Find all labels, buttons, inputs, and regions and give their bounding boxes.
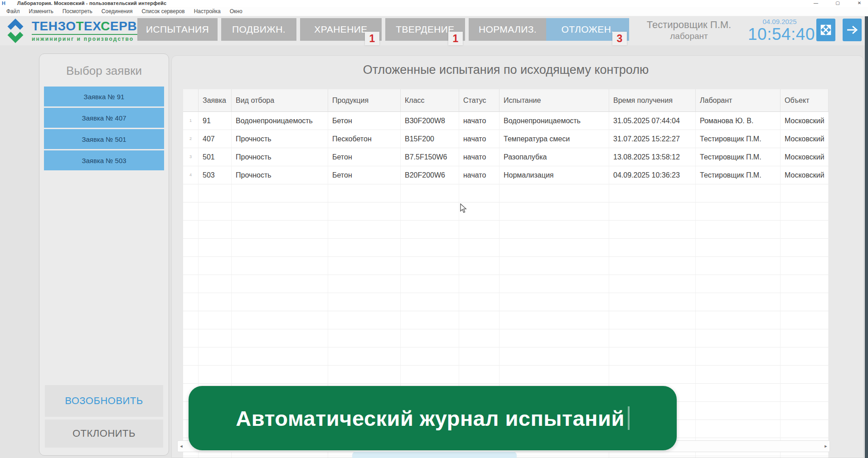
- table-cell: [199, 202, 232, 221]
- logout-button[interactable]: [843, 19, 862, 41]
- request-button[interactable]: Заявка № 501: [44, 129, 164, 149]
- table-cell: [401, 366, 459, 384]
- minimize-button[interactable]: —: [809, 0, 823, 7]
- table-cell: [499, 202, 609, 221]
- table-cell: [183, 275, 199, 293]
- table-cell: 31.07.2025 15:22:27: [609, 130, 696, 148]
- table-cell: Бетон: [328, 112, 401, 130]
- table-cell: [499, 311, 609, 329]
- table-cell: [183, 456, 199, 458]
- table-cell: [232, 275, 328, 293]
- table-cell: [232, 239, 328, 257]
- nav-tab[interactable]: ТВЕРДЕНИЕ1: [385, 18, 465, 41]
- brand-name-part: ТЕНЗО: [32, 19, 76, 33]
- request-button[interactable]: Заявка № 91: [44, 87, 164, 106]
- title-bar: Н Лаборатория. Московский - пользователь…: [0, 0, 868, 7]
- menu-item[interactable]: Файл: [2, 7, 24, 16]
- request-button[interactable]: Заявка № 407: [44, 108, 164, 128]
- table-cell: [459, 311, 499, 329]
- table-cell: [232, 347, 328, 366]
- table-cell: [232, 221, 328, 239]
- table-cell: [781, 311, 829, 329]
- caption-caret: [628, 406, 630, 430]
- menu-item[interactable]: Изменить: [24, 7, 58, 16]
- table-cell: [401, 221, 459, 239]
- table-cell: [609, 366, 696, 384]
- table-cell: [401, 202, 459, 221]
- table-cell: [499, 366, 609, 384]
- table-row[interactable]: 3501ПрочностьБетонB7.5F150W6начатоРазопа…: [183, 148, 829, 166]
- table-cell: 31.05.2025 07:44:04: [609, 112, 696, 130]
- table-cell: Бетон: [328, 148, 401, 166]
- table-cell: Водонепроницаемость: [499, 112, 609, 130]
- nav-tab-label: ТВЕРДЕНИЕ: [396, 24, 455, 35]
- table-cell: [696, 402, 781, 420]
- table-cell: [459, 221, 499, 239]
- table-row[interactable]: 191ВодонепроницаемостьБетонB30F200W8нача…: [183, 112, 829, 130]
- nav-tab[interactable]: ИСПЫТАНИЯ: [137, 18, 218, 41]
- scroll-right-arrow-icon[interactable]: ►: [822, 441, 829, 452]
- clock-time: 10:54:40: [748, 25, 811, 43]
- scroll-left-arrow-icon[interactable]: ◄: [178, 441, 185, 452]
- nav-tab-label: ХРАНЕНИЕ: [314, 24, 367, 35]
- nav-tab[interactable]: НОРМАЛИЗ.: [469, 18, 547, 41]
- table-cell: [328, 184, 401, 202]
- nav-tab[interactable]: ОТЛОЖЕН.3: [546, 18, 629, 41]
- menu-item[interactable]: Окно: [225, 7, 247, 16]
- row-number-cell: 1: [183, 112, 199, 130]
- table-cell: [781, 384, 829, 402]
- table-cell: [499, 184, 609, 202]
- table-row[interactable]: 4503ПрочностьБетонB20F200W6начатоНормали…: [183, 166, 829, 184]
- table-cell: [328, 347, 401, 366]
- user-name: Тестировщик П.М.: [635, 19, 743, 31]
- app-icon: Н: [2, 0, 5, 6]
- table-cell: [459, 329, 499, 347]
- nav-tab[interactable]: ПОДВИЖН.: [221, 18, 296, 41]
- table-cell: Тестировщик П.М.: [696, 166, 781, 184]
- table-cell: [499, 293, 609, 311]
- table-cell: [459, 239, 499, 257]
- table-cell: B15F200: [401, 130, 459, 148]
- table-cell: [183, 347, 199, 366]
- table-cell: начато: [459, 148, 499, 166]
- table-cell: [199, 311, 232, 329]
- table-cell: [199, 456, 232, 458]
- nav-tab[interactable]: ХРАНЕНИЕ1: [300, 18, 382, 41]
- menu-item[interactable]: Посмотреть: [58, 7, 97, 16]
- table-cell: Нормализация: [499, 166, 609, 184]
- table-cell: [199, 239, 232, 257]
- fullscreen-button[interactable]: [816, 19, 835, 41]
- tab-badge: 1: [365, 32, 379, 45]
- table-cell: [781, 366, 829, 384]
- request-sidebar: Выбор заявки Заявка № 91Заявка № 407Заяв…: [39, 53, 169, 456]
- row-number-cell: 3: [183, 148, 199, 166]
- table-cell: [183, 366, 199, 384]
- table-cell: Тестировщик П.М.: [696, 148, 781, 166]
- table-cell: 503: [199, 166, 232, 184]
- tab-badge: 3: [612, 32, 627, 45]
- decline-button[interactable]: ОТКЛОНИТЬ: [45, 419, 163, 448]
- row-number-cell: [183, 89, 199, 112]
- menu-item[interactable]: Соединения: [97, 7, 137, 16]
- table-cell: B30F200W8: [401, 112, 459, 130]
- maximize-button[interactable]: ▢: [831, 0, 844, 7]
- table-cell: [199, 293, 232, 311]
- table-cell: [609, 293, 696, 311]
- close-button[interactable]: ✕: [853, 0, 866, 7]
- column-header: Объект: [781, 89, 829, 112]
- request-button[interactable]: Заявка № 503: [44, 150, 164, 170]
- resume-button[interactable]: ВОЗОБНОВИТЬ: [45, 385, 163, 417]
- table-cell: [199, 347, 232, 366]
- user-role: лаборант: [635, 31, 743, 42]
- menu-item[interactable]: Список серверов: [137, 7, 189, 16]
- tab-badge: 1: [448, 32, 463, 45]
- table-cell: [696, 293, 781, 311]
- table-cell: Бетон: [328, 166, 401, 184]
- table-cell: [401, 293, 459, 311]
- table-cell: [459, 257, 499, 275]
- table-row[interactable]: 2407ПрочностьПескобетонB15F200начатоТемп…: [183, 130, 829, 148]
- table-cell: [609, 221, 696, 239]
- table-cell: [499, 221, 609, 239]
- empty-table-row: [183, 311, 829, 329]
- menu-item[interactable]: Настройка: [189, 7, 225, 16]
